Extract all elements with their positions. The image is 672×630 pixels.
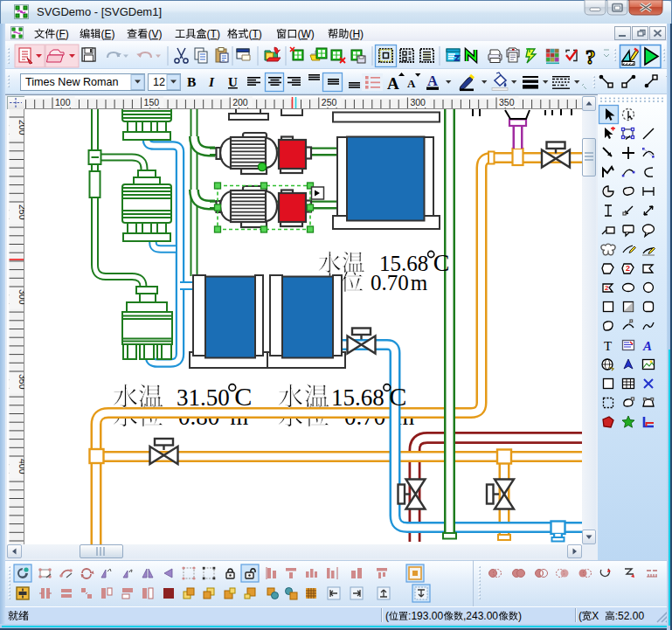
svg-text:31.50: 31.50 [177, 384, 230, 411]
svg-text:C: C [433, 249, 450, 276]
svg-text::193.00: :193.00 [408, 610, 443, 622]
svg-text:): ) [518, 610, 522, 622]
svg-text:X: X [592, 610, 599, 622]
svg-text:15.68: 15.68 [331, 384, 384, 411]
svg-text:15.68: 15.68 [379, 252, 428, 275]
svg-text:C: C [389, 382, 406, 412]
svg-text:(: ( [578, 610, 582, 622]
svg-text:,243.00: ,243.00 [463, 610, 498, 622]
svg-text:(: ( [385, 610, 389, 622]
svg-text:C: C [234, 382, 252, 412]
svg-text::52.00: :52.00 [615, 610, 645, 622]
